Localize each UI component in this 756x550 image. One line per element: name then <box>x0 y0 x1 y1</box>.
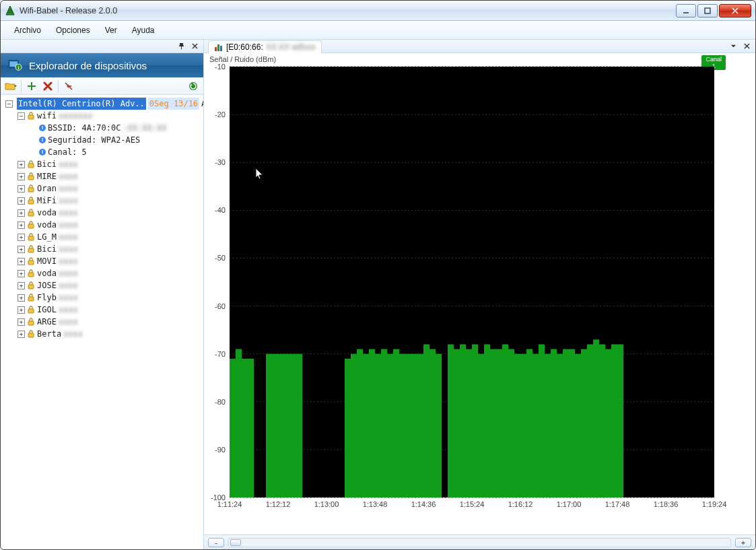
menu-ayuda[interactable]: Ayuda <box>125 23 162 38</box>
svg-text:-20: -20 <box>215 110 226 118</box>
tree-node[interactable]: +Bicixxxx <box>3 243 202 255</box>
svg-rect-99 <box>466 349 472 497</box>
svg-rect-30 <box>28 309 34 313</box>
svg-rect-96 <box>448 344 454 497</box>
svg-rect-112 <box>545 354 551 497</box>
svg-rect-122 <box>605 349 611 497</box>
window-buttons <box>676 4 751 18</box>
svg-rect-124 <box>617 344 623 497</box>
maximize-button[interactable] <box>697 4 718 18</box>
tree-node[interactable]: −wifixxxxxxx <box>3 110 202 122</box>
svg-rect-72 <box>242 359 248 497</box>
menu-archivo[interactable]: Archivo <box>7 23 48 38</box>
svg-marker-0 <box>6 6 14 15</box>
tree-node[interactable]: +vodaxxxx <box>3 267 202 279</box>
zoom-in-button[interactable]: + <box>735 538 751 547</box>
tree-node[interactable]: +MIRExxxx <box>3 170 202 182</box>
tree-node[interactable]: +MiFixxxx <box>3 195 202 207</box>
app-icon <box>5 5 15 16</box>
tree-node[interactable]: +Oranxxxx <box>3 182 202 195</box>
svg-rect-22 <box>28 212 34 216</box>
svg-rect-89 <box>399 354 405 497</box>
svg-rect-35 <box>220 46 222 51</box>
svg-rect-98 <box>460 344 466 497</box>
svg-rect-119 <box>587 344 593 497</box>
svg-text:1:12:12: 1:12:12 <box>266 500 291 508</box>
svg-text:1:13:48: 1:13:48 <box>363 500 388 508</box>
delete-button[interactable] <box>42 80 54 92</box>
menu-opciones[interactable]: Opciones <box>49 23 97 38</box>
svg-rect-29 <box>28 297 34 301</box>
tree-node[interactable]: −Intel(R) Centrino(R) Adv..0Seg 13/16Ap <box>3 98 202 110</box>
tree-node[interactable]: +vodaxxxx <box>3 207 202 219</box>
svg-rect-111 <box>539 344 545 497</box>
bars-icon <box>214 42 224 52</box>
tree-node[interactable]: i Seguridad: WPA2-AES <box>3 134 202 146</box>
tree-node[interactable]: +LG_Mxxxx <box>3 231 202 243</box>
svg-rect-97 <box>454 349 460 497</box>
svg-text:-90: -90 <box>215 446 226 454</box>
svg-rect-75 <box>272 354 278 497</box>
tree-node[interactable]: +MOVIxxxx <box>3 255 202 267</box>
add-button[interactable] <box>26 80 38 92</box>
svg-rect-84 <box>369 349 375 497</box>
menu-ver[interactable]: Ver <box>98 23 124 38</box>
svg-rect-74 <box>266 354 272 497</box>
tree-node[interactable]: i Canal: 5 <box>3 146 202 158</box>
tab-close-icon[interactable] <box>742 42 751 51</box>
horizontal-scrollbar[interactable] <box>228 538 731 547</box>
svg-rect-113 <box>551 349 557 497</box>
app-window: Wifi-Babel - Release 2.0.0 Archivo Opcio… <box>0 0 756 550</box>
svg-rect-76 <box>278 354 284 497</box>
svg-rect-100 <box>472 344 478 497</box>
svg-rect-23 <box>28 224 34 228</box>
minimize-button[interactable] <box>676 4 696 18</box>
svg-rect-114 <box>557 354 563 497</box>
body: i Explorador de dispositivos <box>1 40 755 549</box>
device-tree[interactable]: −Intel(R) Centrino(R) Adv..0Seg 13/16Ap−… <box>1 95 203 549</box>
refresh-button[interactable] <box>187 80 199 92</box>
chart-tabbar: [E0:60:66: XX:XX wiflxxx <box>204 40 755 53</box>
tree-node[interactable]: +vodaxxxx <box>3 219 202 231</box>
tab-label: [E0:60:66: <box>226 42 263 52</box>
close-button[interactable] <box>719 4 751 18</box>
folder-dropdown-button[interactable] <box>5 80 17 92</box>
window-title: Wifi-Babel - Release 2.0.0 <box>20 6 676 15</box>
tree-node[interactable]: +JOSExxxx <box>3 279 202 291</box>
tree-node[interactable]: i BSSID: 4A:70:0C:XX:XX:XX <box>3 122 202 134</box>
svg-text:1:16:12: 1:16:12 <box>508 500 533 508</box>
svg-rect-19 <box>28 176 34 180</box>
svg-text:-60: -60 <box>215 302 226 310</box>
svg-text:-50: -50 <box>215 254 226 262</box>
svg-text:1:14:36: 1:14:36 <box>411 500 436 508</box>
svg-rect-116 <box>569 349 575 497</box>
tree-node[interactable]: +Bicixxxx <box>3 158 202 170</box>
svg-text:-10: -10 <box>215 63 226 71</box>
tree-node[interactable]: +IGOLxxxx <box>3 304 202 316</box>
svg-rect-27 <box>28 273 34 277</box>
disconnect-button[interactable] <box>63 80 75 92</box>
svg-rect-85 <box>375 354 381 497</box>
svg-rect-118 <box>581 349 587 497</box>
svg-rect-87 <box>387 354 393 497</box>
svg-rect-93 <box>423 344 429 497</box>
svg-text:-80: -80 <box>215 398 226 406</box>
svg-rect-91 <box>411 354 417 497</box>
svg-rect-107 <box>514 354 520 497</box>
close-pane-icon[interactable] <box>190 42 199 51</box>
tree-node[interactable]: +Flybxxxx <box>3 291 202 304</box>
svg-rect-117 <box>575 354 581 497</box>
tree-node[interactable]: +Bertaxxxx <box>3 328 202 340</box>
svg-text:1:15:24: 1:15:24 <box>460 500 485 508</box>
svg-rect-83 <box>363 354 369 497</box>
pin-icon[interactable] <box>176 42 186 51</box>
chart-pane: [E0:60:66: XX:XX wiflxxx Señal / Ruido (… <box>204 40 755 549</box>
tab-dropdown-icon[interactable] <box>728 42 738 51</box>
cursor-icon <box>255 168 265 181</box>
svg-rect-95 <box>436 354 442 497</box>
svg-rect-108 <box>520 354 526 497</box>
tree-node[interactable]: +ARGExxxx <box>3 316 202 328</box>
zoom-out-button[interactable]: - <box>208 538 224 547</box>
chart-tab[interactable]: [E0:60:66: XX:XX wiflxxx <box>208 40 322 53</box>
svg-rect-25 <box>28 248 34 252</box>
